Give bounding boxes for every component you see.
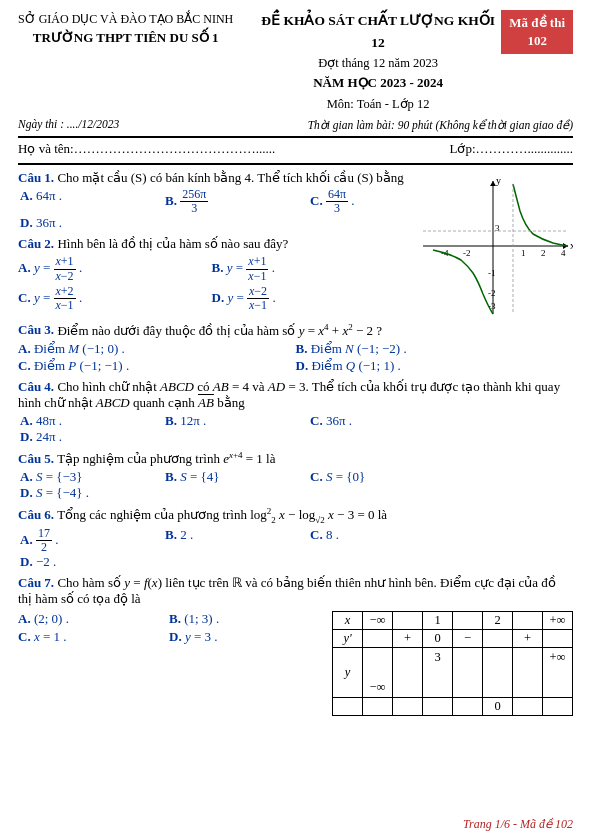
q7-option-b: B. (1; 3) .: [169, 611, 320, 627]
vt-yprime-1: [363, 630, 393, 648]
vt-yprime-3: 0: [423, 630, 453, 648]
q7-option-c: C. x = 1 .: [18, 629, 169, 645]
q5-body: Tập nghiệm của phương trình ex+4 = 1 là: [57, 451, 275, 466]
q2-option-b: B. y = x+1x−1 .: [212, 255, 406, 282]
vt-x-blank3: [513, 612, 543, 630]
vt-x-1: 1: [423, 612, 453, 630]
vt-y-3: 3: [423, 648, 453, 698]
ho-ten-label: Họ và tên:……………………………………......: [18, 141, 275, 157]
vt-y-blank3: [483, 648, 513, 698]
svg-text:3: 3: [495, 223, 500, 233]
vt-y-extra6: [543, 698, 573, 716]
vt-yprime-5: [483, 630, 513, 648]
q3-option-c: C. Điểm P (−1; −1) .: [18, 358, 296, 374]
q6-body: Tổng các nghiệm của phương trình log22 x…: [57, 507, 387, 522]
school-info: SỞ GIÁO DỤC VÀ ĐÀO TẠO BẮC NINH TRƯỜNG T…: [18, 10, 233, 48]
vt-x-label: x: [333, 612, 363, 630]
question-4: Câu 4. Cho hình chữ nhật ABCD có AB = 4 …: [18, 379, 573, 445]
header-divider: [18, 136, 573, 138]
vt-y-blank4: [513, 648, 543, 698]
q2-option-d: D. y = x−2x−1 .: [212, 285, 406, 312]
q3-option-a: A. Điểm M (−1; 0) .: [18, 341, 296, 357]
q1-option-d: D. 36π .: [18, 215, 163, 231]
q6-option-a: A. 172 .: [18, 527, 163, 554]
thoi-gian: Thời gian làm bài: 90 phút (Không kể thờ…: [308, 118, 573, 132]
q7-text: Câu 7. Cho hàm số y = f(x) liên tục trên…: [18, 575, 573, 607]
vt-y-extra2: [393, 698, 423, 716]
vt-y-neginf: −∞: [363, 648, 393, 698]
question-7: Câu 7. Cho hàm số y = f(x) liên tục trên…: [18, 575, 573, 716]
q6-number: Câu 6.: [18, 507, 54, 522]
q5-option-c: C. S = {0}: [308, 469, 453, 485]
vt-y-blank1: [393, 648, 423, 698]
vt-y-extra5: [513, 698, 543, 716]
q6-text: Câu 6. Tổng các nghiệm của phương trình …: [18, 506, 573, 525]
q4-option-c: C. 36π .: [308, 413, 453, 429]
content-divider: [18, 163, 573, 165]
q2-number: Câu 2.: [18, 236, 54, 251]
q7-content: A. (2; 0) . B. (1; 3) . C. x = 1 . D. y …: [18, 611, 573, 716]
exam-title: ĐỀ KHẢO SÁT CHẤT LƯỢNG KHỐI 12: [253, 10, 503, 53]
q6-option-c: C. 8 .: [308, 527, 453, 554]
hyperbola-graph: x y 1 2 4 -2 -4 3 -1 -2 -3: [413, 176, 573, 316]
variation-table: x −∞ 1 2 +∞ y' + 0 −: [332, 611, 573, 716]
q4-option-d: D. 24π .: [18, 429, 163, 445]
vt-x-blank2: [453, 612, 483, 630]
vt-y-extra-label: [333, 698, 363, 716]
vt-y-posinf: +∞: [543, 648, 573, 698]
vt-y-label: y: [333, 648, 363, 698]
q4-option-a: A. 48π .: [18, 413, 163, 429]
q3-number: Câu 3.: [18, 323, 54, 338]
exam-date-round: Đợt tháng 12 năm 2023: [253, 53, 503, 73]
q1-option-b: B. 256π3: [163, 188, 308, 215]
vt-x-neginf: −∞: [363, 612, 393, 630]
exam-year: NĂM HỌC 2023 - 2024: [253, 73, 503, 94]
page-info: Trang 1/6 - Mã đề 102: [463, 817, 573, 831]
vt-y-blank2: [453, 648, 483, 698]
q6-options: A. 172 . B. 2 . C. 8 . D. −2 .: [18, 527, 573, 570]
q1-body: Cho mặt cầu (S) có bán kính bằng 4. Thể …: [57, 170, 403, 185]
page-footer: Trang 1/6 - Mã đề 102: [463, 817, 573, 832]
q7-body: Cho hàm số y = f(x) liên tục trên ℝ và c…: [18, 575, 556, 606]
q5-option-d: D. S = {−4} .: [18, 485, 163, 501]
q7-number: Câu 7.: [18, 575, 54, 590]
q1-option-a: A. 64π .: [18, 188, 163, 215]
q7-options: A. (2; 0) . B. (1; 3) . C. x = 1 . D. y …: [18, 611, 320, 645]
q3-options: A. Điểm M (−1; 0) . B. Điểm N (−1; −2) .…: [18, 341, 573, 374]
question-3: Câu 3. Điểm nào dưới đây thuộc đồ thị củ…: [18, 321, 573, 373]
exam-info: ĐỀ KHẢO SÁT CHẤT LƯỢNG KHỐI 12 Đợt tháng…: [253, 10, 503, 114]
q7-option-d: D. y = 3 .: [169, 629, 320, 645]
vt-x-blank1: [393, 612, 423, 630]
q4-text: Câu 4. Cho hình chữ nhật ABCD có AB = 4 …: [18, 379, 573, 411]
q7-options-grid: A. (2; 0) . B. (1; 3) . C. x = 1 . D. y …: [18, 611, 320, 645]
q5-options: A. S = {−3} B. S = {4} C. S = {0} D. S =…: [18, 469, 573, 501]
ma-de-number: 102: [527, 33, 547, 48]
q4-body: Cho hình chữ nhật ABCD có AB = 4 và AD =…: [18, 379, 560, 410]
svg-text:2: 2: [541, 248, 546, 258]
vt-y-extra4: [453, 698, 483, 716]
q6-option-d: D. −2 .: [18, 554, 163, 570]
svg-text:4: 4: [561, 248, 566, 258]
page-header: SỞ GIÁO DỤC VÀ ĐÀO TẠO BẮC NINH TRƯỜNG T…: [18, 10, 573, 114]
svg-text:y: y: [496, 176, 501, 186]
lop-label: Lớp:…………..............: [449, 141, 573, 157]
question-5: Câu 5. Tập nghiệm của phương trình ex+4 …: [18, 450, 573, 501]
student-info-line: Họ và tên:……………………………………...... Lớp:………….…: [18, 141, 573, 157]
vt-yprime-label: y': [333, 630, 363, 648]
q5-text: Câu 5. Tập nghiệm của phương trình ex+4 …: [18, 450, 573, 467]
ngay-thi: Ngày thi : ..../12/2023: [18, 118, 119, 132]
q7-option-a: A. (2; 0) .: [18, 611, 169, 627]
vt-yprime-7: [543, 630, 573, 648]
svg-text:-2: -2: [488, 288, 496, 298]
vt-yprime-6: +: [513, 630, 543, 648]
vt-yprime-4: −: [453, 630, 483, 648]
svg-text:1: 1: [521, 248, 526, 258]
q5-option-a: A. S = {−3}: [18, 469, 163, 485]
q3-option-b: B. Điểm N (−1; −2) .: [296, 341, 574, 357]
q1-number: Câu 1.: [18, 170, 54, 185]
svg-text:x: x: [570, 240, 573, 251]
so-gd-label: SỞ GIÁO DỤC VÀ ĐÀO TẠO BẮC NINH: [18, 10, 233, 28]
vt-yprime-2: +: [393, 630, 423, 648]
q3-text: Câu 3. Điểm nào dưới đây thuộc đồ thị củ…: [18, 321, 573, 338]
q3-option-d: D. Điểm Q (−1; 1) .: [296, 358, 574, 374]
